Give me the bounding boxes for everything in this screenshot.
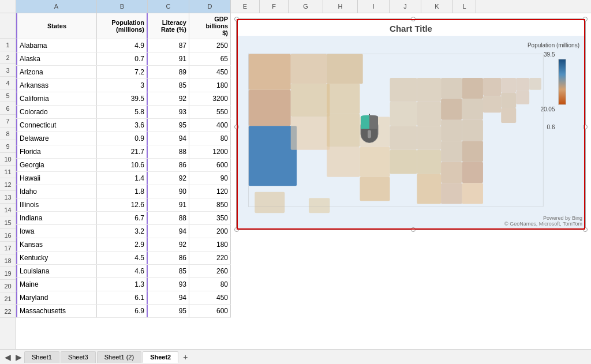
cell-population[interactable]: 1.8 [97,185,148,198]
table-row[interactable]: Hawaii1.49290 [16,172,231,185]
cell-gdp[interactable]: 3200 [189,92,231,105]
cell-gdp[interactable]: 90 [189,172,231,185]
cell-gdp[interactable]: 200 [189,225,231,238]
cell-literacy[interactable]: 91 [148,198,189,211]
cell-state[interactable]: Arizona [16,66,97,78]
cell-literacy[interactable]: 85 [148,79,189,92]
table-row[interactable]: Indiana6.788350 [16,212,231,225]
table-row[interactable]: Florida21.7881200 [16,145,231,159]
cell-population[interactable]: 2.9 [97,238,148,251]
sheet-tab-sheet2[interactable]: Sheet2 [143,351,178,363]
cell-literacy[interactable]: 93 [148,106,189,118]
cell-population[interactable]: 1.4 [97,172,148,185]
cell-population[interactable]: 3.6 [97,119,148,132]
table-row[interactable]: Connecticut3.695400 [16,119,231,132]
table-row[interactable]: Alabama4.987250 [16,39,231,52]
cell-population[interactable]: 1.3 [97,278,148,291]
cell-gdp[interactable]: 180 [189,238,231,251]
cell-population[interactable]: 39.5 [97,92,148,105]
cell-state[interactable]: Florida [16,145,97,158]
cell-gdp[interactable]: 450 [189,291,231,304]
cell-literacy[interactable]: 92 [148,238,189,251]
cell-literacy[interactable]: 86 [148,252,189,264]
cell-gdp[interactable]: 260 [189,265,231,277]
cell-state[interactable]: Connecticut [16,119,97,132]
cell-gdp[interactable]: 180 [189,79,231,92]
cell-population[interactable]: 3.2 [97,225,148,238]
cell-population[interactable]: 10.6 [97,159,148,171]
col-header-c[interactable]: C [148,0,189,13]
cell-state[interactable]: Maine [16,278,97,291]
table-row[interactable]: Maine1.39380 [16,278,231,291]
cell-literacy[interactable]: 92 [148,92,189,105]
cell-literacy[interactable]: 94 [148,225,189,238]
sheet-tab-sheet3[interactable]: Sheet3 [61,351,96,363]
cell-state[interactable]: Colorado [16,106,97,118]
cell-literacy[interactable]: 88 [148,212,189,224]
chart-handle-tr[interactable] [583,17,588,21]
cell-literacy[interactable]: 92 [148,172,189,185]
cell-gdp[interactable]: 400 [189,119,231,132]
cell-literacy[interactable]: 85 [148,265,189,277]
cell-literacy[interactable]: 94 [148,132,189,145]
cell-state[interactable]: California [16,92,97,105]
cell-population[interactable]: 21.7 [97,145,148,158]
cell-population[interactable]: 6.7 [97,212,148,224]
cell-state[interactable]: Kentucky [16,252,97,264]
table-row[interactable]: Arkansas385180 [16,79,231,92]
table-row[interactable]: Iowa3.294200 [16,225,231,238]
cell-population[interactable]: 7.2 [97,66,148,78]
cell-state[interactable]: Indiana [16,212,97,224]
table-row[interactable]: Kansas2.992180 [16,238,231,252]
col-header-i[interactable]: I [358,0,390,13]
cell-population[interactable]: 0.7 [97,52,148,65]
chart-handle-left[interactable] [234,125,239,129]
chart-handle-top[interactable] [411,17,416,21]
cell-population[interactable]: 5.8 [97,106,148,118]
cell-population[interactable]: 4.6 [97,265,148,277]
table-row[interactable]: Louisiana4.685260 [16,265,231,278]
col-header-k[interactable]: K [421,0,453,13]
cell-population[interactable]: 0.9 [97,132,148,145]
prev-sheet-button[interactable]: ◀ [2,352,13,362]
cell-literacy[interactable]: 90 [148,185,189,198]
table-row[interactable]: Kentucky4.586220 [16,252,231,265]
cell-state[interactable]: Idaho [16,185,97,198]
table-row[interactable]: Georgia10.686600 [16,159,231,172]
cell-gdp[interactable]: 600 [189,159,231,171]
next-sheet-button[interactable]: ▶ [13,352,24,362]
cell-gdp[interactable]: 65 [189,52,231,65]
col-header-g[interactable]: G [289,0,323,13]
cell-literacy[interactable]: 94 [148,291,189,304]
cell-literacy[interactable]: 95 [148,119,189,132]
sheet-tab-sheet1[interactable]: Sheet1 [24,351,59,363]
cell-state[interactable]: Arkansas [16,79,97,92]
table-row[interactable]: Massachusetts6.995600 [16,305,231,318]
chart-handle-bottom[interactable] [411,227,416,232]
chart-handle-bl[interactable] [234,227,239,232]
cell-population[interactable]: 4.5 [97,252,148,264]
cell-literacy[interactable]: 89 [148,66,189,78]
cell-population[interactable]: 6.1 [97,291,148,304]
col-header-a[interactable]: A [16,0,97,13]
cell-gdp[interactable]: 120 [189,185,231,198]
table-row[interactable]: Colorado5.893550 [16,106,231,119]
cell-state[interactable]: Kansas [16,238,97,251]
cell-literacy[interactable]: 93 [148,278,189,291]
table-row[interactable]: Idaho1.890120 [16,185,231,198]
cell-gdp[interactable]: 250 [189,39,231,52]
cell-state[interactable]: Iowa [16,225,97,238]
cell-literacy[interactable]: 91 [148,52,189,65]
cell-state[interactable]: Hawaii [16,172,97,185]
col-header-j[interactable]: J [390,0,421,13]
col-header-b[interactable]: B [97,0,148,13]
cell-state[interactable]: Alaska [16,52,97,65]
cell-literacy[interactable]: 87 [148,39,189,52]
cell-state[interactable]: Alabama [16,39,97,52]
cell-gdp[interactable]: 80 [189,132,231,145]
cell-state[interactable]: Massachusetts [16,305,97,317]
cell-state[interactable]: Illinois [16,198,97,211]
chart-area[interactable]: Chart Title [236,18,586,230]
cell-gdp[interactable]: 220 [189,252,231,264]
table-row[interactable]: Arizona7.289450 [16,66,231,79]
